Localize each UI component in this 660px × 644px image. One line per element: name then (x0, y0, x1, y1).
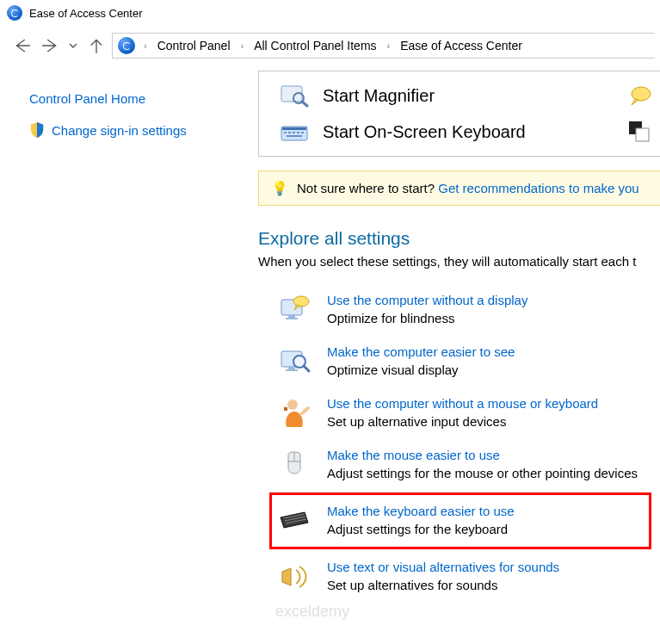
keyboard-icon (280, 120, 311, 144)
ease-of-access-icon (7, 5, 22, 21)
svg-line-22 (304, 366, 309, 371)
ease-of-access-icon (118, 37, 135, 54)
breadcrumb-item[interactable]: Ease of Access Center (397, 37, 526, 54)
nav-row: › Control Panel › All Control Panel Item… (0, 26, 660, 71)
explore-subtext: When you select these settings, they wil… (258, 254, 660, 269)
address-bar[interactable]: › Control Panel › All Control Panel Item… (112, 33, 655, 59)
svg-rect-7 (293, 132, 295, 133)
svg-rect-8 (297, 132, 299, 133)
sidebar: Control Panel Home Change sign-in settin… (0, 71, 258, 603)
svg-line-2 (302, 102, 307, 106)
high-contrast-icon[interactable] (628, 121, 651, 143)
breadcrumb-item[interactable]: Control Panel (154, 37, 234, 54)
explore-section: Explore all settings When you select the… (258, 206, 660, 603)
start-osk-label: Start On-Screen Keyboard (323, 122, 526, 142)
chevron-right-icon: › (236, 40, 250, 51)
window-title: Ease of Access Center (29, 7, 143, 20)
svg-rect-19 (288, 367, 295, 369)
svg-point-17 (293, 296, 309, 307)
setting-desc: Adjust settings for the keyboard (327, 522, 515, 536)
info-lead: Not sure where to start? (297, 181, 438, 195)
magnifier-icon (280, 84, 311, 108)
setting-link[interactable]: Make the computer easier to see (327, 344, 515, 359)
back-button[interactable] (10, 34, 34, 58)
setting-no-display[interactable]: Use the computer without a display Optim… (272, 284, 660, 336)
svg-rect-9 (301, 132, 304, 133)
up-button[interactable] (84, 34, 108, 58)
setting-easier-to-see[interactable]: Make the computer easier to see Optimize… (272, 336, 660, 387)
setting-desc: Optimize for blindness (327, 311, 527, 325)
shield-icon (29, 121, 45, 139)
setting-link[interactable]: Use the computer without a mouse or keyb… (327, 396, 598, 411)
svg-rect-5 (284, 132, 287, 133)
setting-link[interactable]: Use the computer without a display (327, 293, 527, 307)
forward-button[interactable] (38, 34, 62, 58)
start-magnifier-label: Start Magnifier (323, 86, 435, 106)
setting-desc: Set up alternatives for sounds (327, 578, 559, 592)
mouse-icon (277, 448, 311, 482)
setting-desc: Set up alternative input devices (327, 414, 598, 429)
recent-locations-button[interactable] (65, 34, 81, 58)
svg-rect-15 (288, 315, 295, 318)
setting-link[interactable]: Use text or visual alternatives for soun… (327, 560, 559, 574)
setting-desc: Adjust settings for the mouse or other p… (327, 466, 638, 480)
svg-rect-16 (286, 318, 298, 319)
quick-access-panel: Start Magnifier Start On-Screen Keyboard (258, 71, 660, 157)
svg-point-23 (287, 399, 298, 410)
monitor-speech-icon (277, 293, 311, 327)
speaker-icon (277, 560, 311, 594)
content-area: Start Magnifier Start On-Screen Keyboard (258, 71, 660, 603)
setting-no-mouse-keyboard[interactable]: Use the computer without a mouse or keyb… (272, 387, 660, 439)
lightbulb-icon: 💡 (271, 180, 288, 196)
svg-point-11 (632, 87, 651, 101)
svg-rect-20 (286, 369, 298, 371)
breadcrumb-item[interactable]: All Control Panel Items (250, 37, 379, 54)
change-signin-settings-link[interactable]: Change sign-in settings (52, 123, 187, 138)
setting-link[interactable]: Make the keyboard easier to use (327, 504, 515, 518)
svg-rect-10 (287, 135, 302, 137)
svg-rect-4 (282, 127, 306, 130)
setting-sound-alternatives[interactable]: Use text or visual alternatives for soun… (272, 551, 660, 603)
svg-rect-6 (288, 132, 291, 133)
chevron-right-icon: › (139, 40, 152, 51)
title-bar: Ease of Access Center (0, 0, 660, 26)
explore-heading: Explore all settings (258, 228, 660, 249)
setting-desc: Optimize visual display (327, 362, 515, 377)
svg-rect-13 (636, 128, 649, 141)
control-panel-home-link[interactable]: Control Panel Home (29, 91, 241, 106)
recommendation-banner: 💡 Not sure where to start? Get recommend… (258, 170, 660, 206)
monitor-magnifier-icon (277, 344, 311, 379)
get-recommendations-link[interactable]: Get recommendations to make you (438, 181, 638, 195)
chevron-right-icon: › (382, 40, 396, 51)
setting-link[interactable]: Make the mouse easier to use (327, 448, 638, 462)
setting-mouse-easier[interactable]: Make the mouse easier to use Adjust sett… (272, 439, 660, 491)
person-icon (277, 396, 311, 430)
narrator-icon[interactable] (626, 84, 652, 107)
keyboard-icon (277, 504, 311, 538)
start-on-screen-keyboard[interactable]: Start On-Screen Keyboard (280, 120, 619, 144)
setting-keyboard-easier[interactable]: Make the keyboard easier to use Adjust s… (269, 492, 651, 549)
start-magnifier[interactable]: Start Magnifier (280, 84, 619, 108)
